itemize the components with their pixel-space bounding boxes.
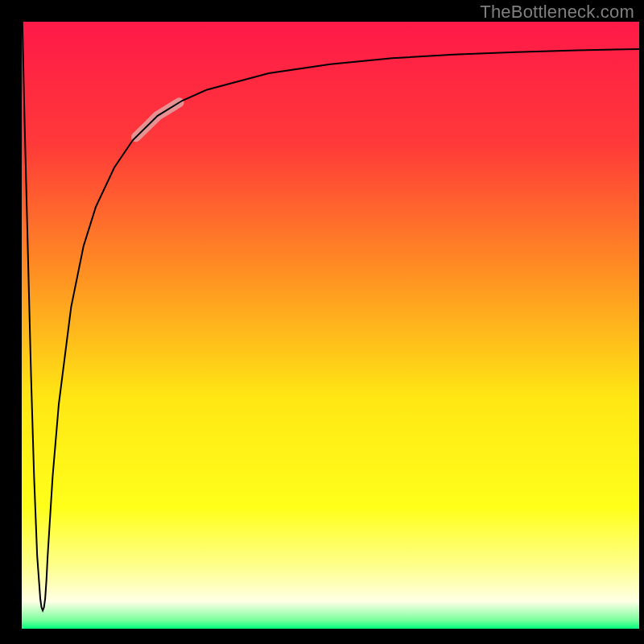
attribution-text: TheBottleneck.com — [480, 2, 634, 23]
plot-area — [22, 22, 639, 629]
chart-frame: TheBottleneck.com — [0, 0, 644, 644]
curve-line — [22, 22, 639, 629]
